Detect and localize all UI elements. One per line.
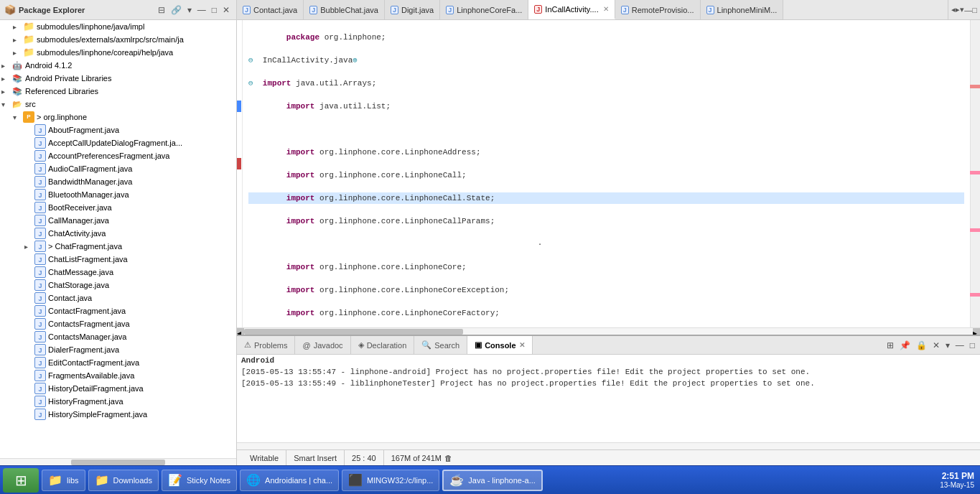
console-scroll-lock[interactable]: 🔒	[914, 340, 929, 351]
tab-icon-contact: J	[243, 6, 251, 14]
tree-item-AudioCallFragment[interactable]: J AudioCallFragment.java	[0, 162, 236, 175]
maximize-panel-button[interactable]: □	[210, 4, 219, 16]
tree-label: > ChatFragment.java	[48, 242, 122, 251]
tree-item-submodules3[interactable]: 📁 submodules/linphone/coreapi/help/java	[0, 46, 236, 59]
taskbar-btn-androidians[interactable]: 🌐 Androidians | cha...	[240, 470, 339, 491]
tab-declaration[interactable]: ◈ Declaration	[351, 336, 415, 354]
tab-contact[interactable]: J Contact.java	[237, 0, 304, 19]
console-clear-button[interactable]: ✕	[930, 340, 942, 351]
tab-bubblechat[interactable]: J BubbleChat.java	[304, 0, 385, 19]
tab-problems-label: Problems	[254, 341, 287, 350]
status-gc-icon[interactable]: 🗑	[444, 454, 452, 462]
tree-item-ChatFragment[interactable]: J > ChatFragment.java	[0, 240, 236, 253]
console-maximize[interactable]: □	[968, 340, 977, 351]
tree-item-ChatMessage[interactable]: J ChatMessage.java	[0, 266, 236, 279]
tree-item-BandwidthManager[interactable]: J BandwidthManager.java	[0, 175, 236, 188]
taskbar-right: 2:51 PM 13-May-15	[940, 471, 977, 489]
console-pin-button[interactable]: 📌	[897, 340, 913, 351]
tab-linphoneminim[interactable]: J LinphoneMiniM...	[701, 0, 784, 19]
tree-item-ChatListFragment[interactable]: J ChatListFragment.java	[0, 253, 236, 266]
console-hscrollbar[interactable]	[237, 442, 980, 449]
taskbar-btn-libs[interactable]: 📁 libs	[42, 470, 85, 491]
editor-maximize[interactable]: □	[972, 6, 977, 14]
tree-item-HistoryDetailFragment[interactable]: J HistoryDetailFragment.java	[0, 382, 236, 395]
tree-item-src[interactable]: 📂 src	[0, 98, 236, 111]
tree-item-BootReceiver[interactable]: J BootReceiver.java	[0, 201, 236, 214]
hscroll-thumb[interactable]	[244, 329, 463, 335]
console-minimize[interactable]: —	[953, 340, 966, 351]
tree-item-ContactsFragment[interactable]: J ContactsFragment.java	[0, 317, 236, 330]
sticky-icon: 📝	[168, 473, 182, 487]
view-menu-button[interactable]: ▾	[185, 4, 194, 16]
taskbar-btn-downloads[interactable]: 📁 Downloads	[88, 470, 159, 491]
tree-item-android[interactable]: 🤖 Android 4.1.2	[0, 59, 236, 72]
console-close-icon[interactable]: ✕	[519, 341, 525, 349]
tab-search[interactable]: 🔍 Search	[414, 336, 467, 354]
tree-item-HistorySimpleFragment[interactable]: J HistorySimpleFragment.java	[0, 408, 236, 421]
code-line: ⊖ import java.util.Arrays;	[248, 78, 964, 89]
hscroll-right[interactable]: ▸	[973, 328, 980, 335]
tab-remoteprovisio[interactable]: J RemoteProvisio...	[615, 0, 701, 19]
tree-item-BluetoothManager[interactable]: J BluetoothManager.java	[0, 188, 236, 201]
tree-item-submodules2[interactable]: 📁 submodules/externals/axmlrpc/src/main/…	[0, 33, 236, 46]
java-icon: J	[34, 215, 46, 226]
tree-item-DialerFragment[interactable]: J DialerFragment.java	[0, 343, 236, 356]
tab-close-incallactivity[interactable]: ✕	[603, 5, 609, 13]
terminal-icon: ⬛	[348, 473, 363, 487]
tree-container[interactable]: 📁 submodules/linphone/java/impl 📁 submod…	[0, 20, 236, 458]
tree-item-ContactsManager[interactable]: J ContactsManager.java	[0, 330, 236, 343]
tree-item-AccountPreferences[interactable]: J AccountPreferencesFragment.java	[0, 149, 236, 162]
console-view-menu[interactable]: ▾	[943, 340, 952, 351]
start-button[interactable]: ⊞	[3, 468, 39, 493]
tree-hscrollbar[interactable]	[0, 458, 236, 465]
status-memory-label: 167M of 241M	[391, 454, 442, 462]
tree-label: AcceptCallUpdateDialogFragment.ja...	[48, 139, 182, 147]
tab-incallactivity[interactable]: J InCallActivity.... ✕	[528, 0, 615, 19]
tab-icon-remoteprovisio: J	[621, 6, 629, 14]
taskbar-btn-sticky[interactable]: 📝 Sticky Notes	[162, 470, 237, 491]
code-editor[interactable]: package org.linphone; ⊖ InCallActivity.j…	[237, 20, 980, 327]
tree-item-ContactFragment[interactable]: J ContactFragment.java	[0, 304, 236, 317]
link-editor-button[interactable]: 🔗	[169, 4, 184, 16]
tree-arrow	[1, 88, 11, 95]
code-content[interactable]: package org.linphone; ⊖ InCallActivity.j…	[243, 20, 970, 327]
hscroll-track[interactable]	[244, 329, 973, 335]
tree-item-ChatActivity[interactable]: J ChatActivity.java	[0, 227, 236, 240]
console-content[interactable]: Android [2015-05-13 13:55:47 - linphone-…	[237, 355, 980, 442]
tree-item-Contact[interactable]: J Contact.java	[0, 292, 236, 304]
tree-item-EditContactFragment[interactable]: J EditContactFragment.java	[0, 356, 236, 369]
editor-hscrollbar[interactable]: ◂ ▸	[237, 327, 980, 335]
tree-item-AcceptCall[interactable]: J AcceptCallUpdateDialogFragment.ja...	[0, 136, 236, 149]
close-panel-button[interactable]: ✕	[220, 4, 232, 16]
tree-item-AboutFragment[interactable]: J AboutFragment.java	[0, 124, 236, 136]
tree-item-android-private[interactable]: 📚 Android Private Libraries	[0, 72, 236, 85]
hscroll-left[interactable]: ◂	[237, 328, 244, 335]
code-scroll-area[interactable]: package org.linphone; ⊖ InCallActivity.j…	[243, 20, 970, 327]
tree-label: Contact.java	[48, 294, 92, 302]
tab-console[interactable]: ▣ Console ✕	[467, 336, 532, 354]
tree-item-FragmentsAvailable[interactable]: J FragmentsAvailable.java	[0, 369, 236, 382]
taskbar-btn-java[interactable]: ☕ Java - linphone-a...	[442, 470, 543, 491]
tab-problems[interactable]: ⚠ Problems	[237, 336, 295, 354]
tree-item-org-linphone[interactable]: P > org.linphone	[0, 111, 236, 124]
tab-linphonecorefactory[interactable]: J LinphoneCoreFa...	[440, 0, 528, 19]
tree-item-HistoryFragment[interactable]: J HistoryFragment.java	[0, 395, 236, 408]
tab-javadoc[interactable]: @ Javadoc	[295, 336, 350, 354]
collapse-all-button[interactable]: ⊟	[156, 4, 167, 16]
tree-item-referenced-libraries[interactable]: 📚 Referenced Libraries	[0, 85, 236, 98]
tree-item-submodules1[interactable]: 📁 submodules/linphone/java/impl	[0, 20, 236, 33]
package-explorer-icon: 📦	[4, 4, 16, 15]
console-new-button[interactable]: ⊞	[885, 340, 896, 351]
java-taskbar-icon: ☕	[449, 473, 464, 487]
tab-icon-linphonecorefactory: J	[446, 6, 454, 14]
status-insert-mode-label: Smart Insert	[294, 454, 337, 462]
minimize-panel-button[interactable]: —	[195, 4, 208, 16]
tree-item-CallManager[interactable]: J CallManager.java	[0, 214, 236, 227]
editor-minimize[interactable]: —	[964, 6, 972, 14]
tab-digit[interactable]: J Digit.java	[385, 0, 440, 19]
editor-mini-scrollbar[interactable]	[970, 20, 980, 327]
taskbar-btn-mingw[interactable]: ⬛ MINGW32:/c/linp...	[342, 470, 439, 491]
gutter-line	[237, 112, 242, 124]
java-icon: J	[34, 176, 46, 187]
tree-item-ChatStorage[interactable]: J ChatStorage.java	[0, 279, 236, 292]
